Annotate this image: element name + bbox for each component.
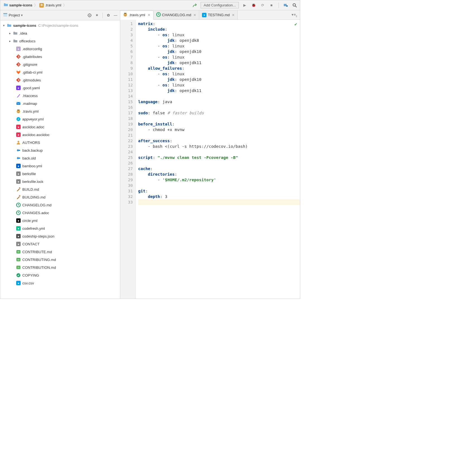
code-line[interactable]: git: [138, 188, 300, 194]
tree-file[interactable]: ●circle.yml [0, 217, 120, 224]
tree-file[interactable]: back.old [0, 154, 120, 162]
tree-file[interactable]: CHANGES.adoc [0, 209, 120, 217]
code-line[interactable] [138, 183, 300, 188]
code-line[interactable]: - os: linux [138, 54, 300, 60]
stop-icon[interactable]: ■ [268, 2, 275, 8]
code-line[interactable] [138, 149, 300, 155]
tree-file-label: berksfile [22, 172, 36, 176]
tree-file[interactable]: ●codeship-steps.json [0, 232, 120, 240]
code-line[interactable]: script: "./mvnw clean test -Pcoverage -B… [138, 155, 300, 160]
code-line[interactable]: - bash <(curl -s https://codecov.io/bash… [138, 144, 300, 149]
tree-file[interactable]: AUTHORS [0, 139, 120, 146]
tree-file[interactable]: ●berksfile [0, 170, 120, 178]
locate-icon[interactable] [87, 13, 92, 18]
code-line[interactable]: - os: linux [138, 82, 300, 88]
code-line[interactable]: depth: 3 [138, 194, 300, 199]
code-line[interactable]: - os: linux [138, 32, 300, 38]
code-line[interactable] [138, 199, 300, 205]
tree-file[interactable]: ●.gocd.yaml [0, 84, 120, 92]
code-line[interactable]: before_install: [138, 121, 300, 127]
tree-file[interactable]: back.backup [0, 146, 120, 154]
code-line[interactable]: include: [138, 26, 300, 32]
code-line[interactable]: jdk: openjdk10 [138, 49, 300, 54]
tree-file[interactable]: CONTRIBUTING.md [0, 256, 120, 263]
code-line[interactable]: directories: [138, 171, 300, 177]
project-structure-icon[interactable] [283, 2, 289, 8]
tree-file[interactable]: CHANGELOG.md [0, 201, 120, 209]
tree-file[interactable]: COPYING [0, 271, 120, 279]
project-view-selector[interactable]: Project ▾ [2, 12, 24, 18]
tree-file[interactable]: ●berksfile.lock [0, 178, 120, 185]
breadcrumb-file[interactable]: 🛠 .travis.yml [38, 2, 62, 8]
code-line[interactable]: - os: linux [138, 71, 300, 77]
run-icon[interactable]: ▶ [242, 2, 248, 8]
code-line[interactable] [138, 93, 300, 99]
code-line[interactable] [138, 116, 300, 121]
tree-file[interactable]: BUILDING.md [0, 193, 120, 201]
code-line[interactable]: jdk: openjdk11 [138, 88, 300, 93]
tree-root[interactable]: ▾sample-iconsC:\Projects\sample-icons [0, 21, 120, 29]
code-line[interactable]: matrix: [138, 21, 300, 26]
toolbar-actions: Add Configuration... ▶ 🐞 ⟳ ■ [192, 2, 298, 8]
svg-point-26 [19, 111, 19, 112]
tab-overflow-icon[interactable]: ▾≡2 [289, 13, 300, 18]
editor-tab[interactable]: .travis.yml✕ [120, 11, 153, 20]
gear-icon[interactable]: ✿ [105, 13, 111, 18]
project-tree[interactable]: ▾sample-iconsC:\Projects\sample-icons▸.i… [0, 20, 120, 299]
debug-icon[interactable]: 🐞 [251, 2, 257, 8]
expand-all-icon[interactable]: ✶ [94, 13, 100, 18]
code-line[interactable] [138, 132, 300, 138]
tree-file[interactable]: appveyor.yml [0, 115, 120, 123]
tree-file[interactable]: BUILD.md [0, 185, 120, 193]
tree-file[interactable]: .gitignore [0, 61, 120, 68]
code-area[interactable]: matrix: include: - os: linux jdk: openjd… [136, 20, 300, 299]
code-line[interactable] [138, 160, 300, 166]
tree-file[interactable]: .travis.yml [0, 107, 120, 115]
code-editor[interactable]: 1234567891011121314151617181920212223242… [120, 20, 300, 299]
tree-file[interactable]: ●codefresh.yml [0, 224, 120, 232]
add-configuration-button[interactable]: Add Configuration... [201, 2, 239, 8]
tree-file[interactable]: CONTRIBUTION.md [0, 263, 120, 271]
code-line[interactable]: jdk: openjdk10 [138, 77, 300, 82]
tree-file[interactable]: ●.editorconfig [0, 45, 120, 53]
code-line[interactable]: jdk: openjdk8 [138, 38, 300, 43]
tab-label: TESTING.md [208, 13, 230, 17]
tree-file[interactable]: .gitmodules [0, 76, 120, 84]
close-icon[interactable]: ✕ [147, 13, 150, 17]
tree-file-label: bamboo.yml [22, 164, 42, 168]
build-icon[interactable] [192, 2, 198, 8]
editor-tab[interactable]: CHANGELOG.md✕ [153, 10, 199, 20]
close-icon[interactable]: ✕ [231, 13, 235, 17]
hide-icon[interactable]: — [113, 13, 118, 18]
code-line[interactable]: jdk: openjdk11 [138, 60, 300, 66]
code-line[interactable]: sudo: false # faster builds [138, 110, 300, 116]
tree-file[interactable]: ●asciidoc.asciidoc [0, 131, 120, 139]
gitlab-icon [16, 70, 21, 75]
tree-file[interactable]: .mailmap [0, 100, 120, 107]
tree-file[interactable]: ●asciidoc.adoc [0, 123, 120, 131]
code-line[interactable]: - os: linux [138, 43, 300, 49]
tree-file[interactable]: ●csv.csv [0, 279, 120, 287]
svg-point-45 [124, 14, 125, 15]
coverage-icon[interactable]: ⟳ [259, 2, 266, 8]
tree-folder[interactable]: ▸.idea [0, 29, 120, 37]
tree-folder[interactable]: ▸officedocs [0, 37, 120, 45]
code-line[interactable] [138, 105, 300, 110]
tree-file[interactable]: ●CONTACT [0, 240, 120, 248]
backup-icon [16, 148, 21, 153]
code-line[interactable]: - '$HOME/.m2/repository' [138, 177, 300, 183]
code-line[interactable]: allow_failures: [138, 66, 300, 71]
code-line[interactable]: after_success: [138, 138, 300, 144]
tree-file[interactable]: .gitattributes [0, 53, 120, 61]
tree-file[interactable]: .htaccess [0, 92, 120, 100]
code-line[interactable]: cache: [138, 166, 300, 171]
tree-file[interactable]: CONTRIBUTE.md [0, 248, 120, 256]
tree-file[interactable]: .gitlab-ci.yml [0, 68, 120, 76]
code-line[interactable]: - chmod +x mvnw [138, 127, 300, 132]
close-icon[interactable]: ✕ [193, 13, 196, 17]
code-line[interactable]: language: java [138, 99, 300, 105]
editor-tab[interactable]: ●TESTING.md✕ [199, 10, 238, 20]
tree-file[interactable]: ●bamboo.yml [0, 162, 120, 170]
breadcrumb-root[interactable]: sample-icons [3, 2, 33, 8]
search-icon[interactable] [292, 2, 298, 8]
